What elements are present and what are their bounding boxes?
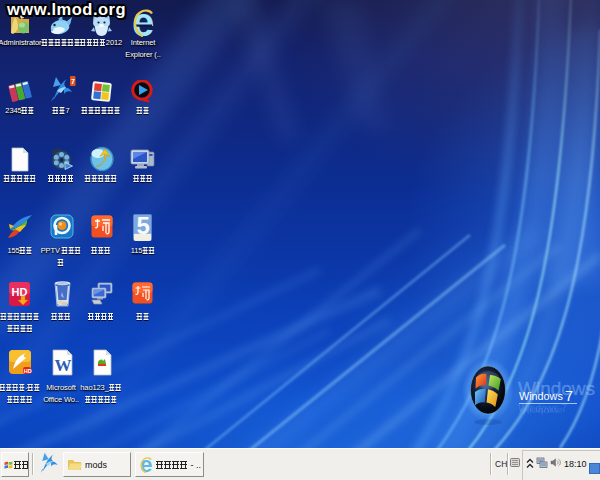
svg-text:HD: HD — [24, 368, 32, 374]
svg-text:Windows: Windows — [519, 407, 563, 417]
svg-text:Windows: Windows — [519, 390, 563, 402]
svg-text:7: 7 — [71, 78, 75, 85]
svg-text:5: 5 — [137, 213, 150, 239]
svg-text:W: W — [55, 356, 72, 375]
svg-text:7: 7 — [565, 388, 573, 404]
